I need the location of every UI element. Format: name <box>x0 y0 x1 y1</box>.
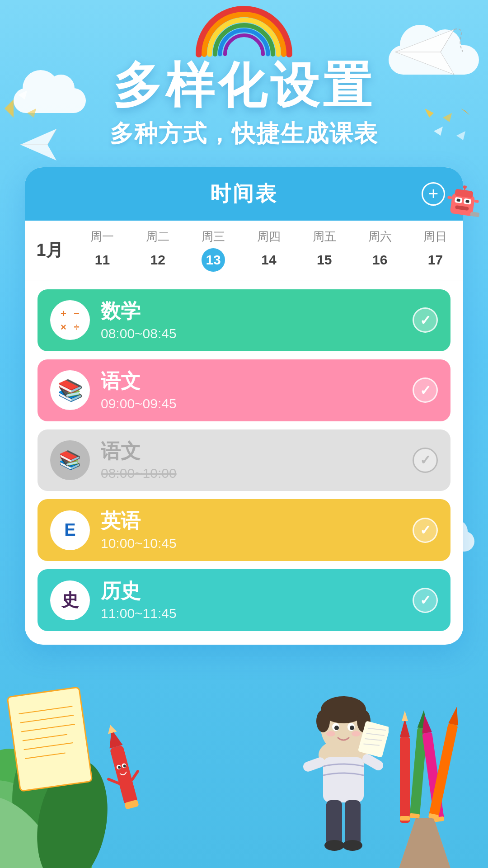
svg-marker-79 <box>106 724 117 734</box>
week-days: 周一11周二12周三13周四14周五15周六16周日17 <box>75 229 463 272</box>
svg-rect-20 <box>456 198 460 202</box>
schedule-time-5: 11:00~11:45 <box>101 606 402 621</box>
checkmark-icon: ✓ <box>420 312 431 328</box>
day-num-label[interactable]: 13 <box>202 248 225 272</box>
books-icon: 📚 <box>57 378 83 402</box>
schedule-info-2: 语文09:00~09:45 <box>101 369 402 411</box>
checkmark-icon: ✓ <box>420 452 431 468</box>
english-icon: E <box>64 520 75 540</box>
day-cell-15[interactable]: 周五15 <box>313 229 336 272</box>
schedule-list: +− ×÷ 数学08:00~08:45✓📚语文09:00~09:45✓📚语文08… <box>25 280 463 631</box>
svg-marker-65 <box>400 719 410 737</box>
svg-rect-21 <box>465 200 469 203</box>
rainbow-icon <box>194 5 294 59</box>
day-cell-12[interactable]: 周二12 <box>146 229 169 272</box>
svg-rect-33 <box>7 687 92 791</box>
svg-rect-44 <box>345 800 361 845</box>
background: 多样化设置 多种方式，快捷生成课表 时间表 + 1月 周一11周二12周三13周… <box>0 0 488 868</box>
svg-rect-24 <box>474 200 479 203</box>
day-num-label[interactable]: 17 <box>423 248 447 272</box>
plus-icon: + <box>428 185 438 202</box>
schedule-icon-4: E <box>50 510 90 550</box>
svg-marker-26 <box>479 212 483 220</box>
day-name-label: 周五 <box>313 229 336 245</box>
svg-marker-75 <box>448 706 462 726</box>
day-cell-11[interactable]: 周一11 <box>90 229 114 272</box>
add-button[interactable]: + <box>422 182 445 206</box>
schedule-icon-1: +− ×÷ <box>50 300 90 340</box>
svg-marker-67 <box>402 711 408 721</box>
schedule-check-1[interactable]: ✓ <box>413 307 438 333</box>
robot-character <box>441 183 483 235</box>
day-cell-17[interactable]: 周日17 <box>423 229 447 272</box>
svg-point-17 <box>463 185 467 189</box>
day-name-label: 周六 <box>368 229 392 245</box>
svg-point-27 <box>479 214 482 217</box>
schedule-time-2: 09:00~09:45 <box>101 396 402 411</box>
sub-title: 多种方式，快捷生成课表 <box>0 118 488 150</box>
svg-point-56 <box>352 731 361 736</box>
day-name-label: 周四 <box>257 229 281 245</box>
schedule-card: 时间表 + 1月 周一11周二12周三13周四14周五15周六16周日17 +−… <box>25 167 463 645</box>
svg-line-85 <box>108 777 119 786</box>
schedule-time-4: 10:00~10:45 <box>101 536 402 551</box>
schedule-check-2[interactable]: ✓ <box>413 377 438 403</box>
svg-point-49 <box>316 710 330 732</box>
day-name-label: 周二 <box>146 229 169 245</box>
schedule-info-4: 英语10:00~10:45 <box>101 509 402 551</box>
schedule-time-1: 08:00~08:45 <box>101 326 402 341</box>
schedule-name-1: 数学 <box>101 299 402 323</box>
checkmark-icon: ✓ <box>420 382 431 398</box>
day-num-label[interactable]: 14 <box>257 248 281 272</box>
schedule-item-3[interactable]: 📚语文08:00~10:00✓ <box>38 429 450 491</box>
svg-line-86 <box>130 771 139 780</box>
svg-point-55 <box>326 731 335 736</box>
checkmark-icon: ✓ <box>420 592 431 608</box>
svg-point-45 <box>324 840 344 851</box>
month-label: 1月 <box>25 229 75 272</box>
svg-rect-70 <box>409 813 420 819</box>
svg-rect-57 <box>302 756 327 773</box>
yellow-paper-icon <box>0 677 102 801</box>
schedule-name-2: 语文 <box>101 369 402 393</box>
card-title: 时间表 <box>210 180 278 208</box>
schedule-check-5[interactable]: ✓ <box>413 588 438 613</box>
day-name-label: 周一 <box>90 229 114 245</box>
schedule-info-1: 数学08:00~08:45 <box>101 299 402 341</box>
day-num-label[interactable]: 12 <box>146 248 169 272</box>
schedule-info-5: 历史11:00~11:45 <box>101 579 402 621</box>
svg-rect-23 <box>447 196 452 199</box>
schedule-icon-3: 📚 <box>50 440 90 480</box>
day-cell-13[interactable]: 周三13 <box>202 229 225 272</box>
schedule-item-4[interactable]: E英语10:00~10:45✓ <box>38 499 450 561</box>
schedule-name-5: 历史 <box>101 579 402 603</box>
svg-rect-43 <box>326 800 342 845</box>
schedule-check-3[interactable]: ✓ <box>413 448 438 473</box>
schedule-time-3: 08:00~10:00 <box>101 466 402 481</box>
day-num-label[interactable]: 15 <box>313 248 336 272</box>
schedule-info-3: 语文08:00~10:00 <box>101 439 402 481</box>
svg-rect-64 <box>400 737 410 823</box>
title-area: 多样化设置 多种方式，快捷生成课表 <box>0 59 488 150</box>
day-num-label[interactable]: 16 <box>368 248 392 272</box>
svg-rect-25 <box>470 212 480 217</box>
main-title: 多样化设置 <box>0 59 488 113</box>
schedule-name-3: 语文 <box>101 439 402 463</box>
history-icon: 史 <box>61 589 79 612</box>
schedule-item-1[interactable]: +− ×÷ 数学08:00~08:45✓ <box>38 289 450 351</box>
svg-point-46 <box>343 840 362 851</box>
schedule-item-2[interactable]: 📚语文09:00~09:45✓ <box>38 359 450 421</box>
day-cell-16[interactable]: 周六16 <box>368 229 392 272</box>
schedule-name-4: 英语 <box>101 509 402 533</box>
day-cell-14[interactable]: 周四14 <box>257 229 281 272</box>
checkmark-icon: ✓ <box>420 522 431 538</box>
svg-point-53 <box>334 726 339 730</box>
svg-point-54 <box>350 726 354 730</box>
svg-rect-66 <box>400 816 410 821</box>
schedule-icon-2: 📚 <box>50 370 90 410</box>
books-gray-icon: 📚 <box>59 449 81 471</box>
day-name-label: 周三 <box>202 229 225 245</box>
schedule-check-4[interactable]: ✓ <box>413 518 438 543</box>
schedule-item-5[interactable]: 史历史11:00~11:45✓ <box>38 569 450 631</box>
day-num-label[interactable]: 11 <box>90 248 114 272</box>
